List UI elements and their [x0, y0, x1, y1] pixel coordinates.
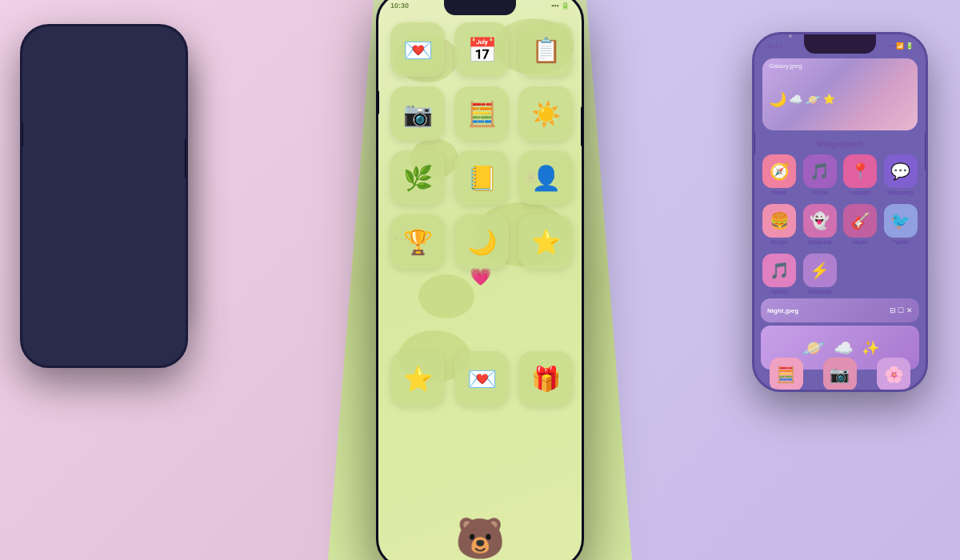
calculator-app[interactable]: 🧮 Calculator — [761, 358, 811, 392]
list-item[interactable]: 📷 — [390, 86, 445, 141]
twitter-label: Twitter — [892, 239, 909, 245]
list-item[interactable]: ☀️ — [518, 86, 573, 141]
signal-right: ▪▪▪ 📶 🔋 — [887, 42, 914, 50]
music-label: Music — [853, 239, 867, 245]
snapchat-label: Snapchat — [808, 239, 832, 245]
twitter-app[interactable]: 🐦 Twitter — [882, 204, 920, 245]
side-btn-center-right — [581, 106, 584, 146]
scene: 10:30 ▪▪▪ ✈ 📧 ✅ 📅 ☁️ 📸 🎥 10:30 ▪▪▪ 🔋 🪄 — [0, 0, 960, 560]
empty-slot-2 — [882, 254, 916, 287]
snapchat-app[interactable]: 👻 Snapchat — [802, 204, 839, 245]
app-grid-row-3: 🎵 Spotify ⚡ Shortcuts — [754, 252, 926, 296]
shortcuts-app[interactable]: ⚡ Shortcuts — [802, 254, 839, 294]
list-item[interactable]: 👤 — [518, 150, 573, 205]
app-grid-center: 💌 📅 📋 📷 🧮 ☀️ 🌿 📒 👤 🏆 🌙 ⭐ — [390, 22, 570, 269]
side-btn-right-phone-right — [925, 130, 928, 170]
app-row-2: 🍔 Burger 👻 Snapchat 🎸 Music 🐦 Twitter — [754, 202, 926, 246]
app-row-3: 🎵 Spotify ⚡ Shortcuts — [754, 252, 926, 296]
list-item[interactable]: 📒 — [454, 150, 509, 205]
app-row-4: 🧮 Calculator 📷 Camera 🌸 Widgetsmith — [754, 356, 926, 392]
list-item[interactable]: 🧮 — [454, 86, 509, 141]
list-item[interactable]: 🌙 — [454, 214, 509, 269]
bear-icon: 🐻 — [455, 515, 505, 560]
side-btn-center-left — [376, 90, 379, 114]
time-right: 11:11 — [766, 42, 782, 50]
tiktok-label: TikTok — [812, 190, 828, 195]
empty-slot-1 — [842, 254, 875, 287]
notch-center — [444, 0, 516, 15]
widget-title: Galaxy.jpeg — [769, 62, 911, 70]
widget-content: 🌙 ☁️ 🪐 ⭐ — [769, 72, 911, 126]
camera-app[interactable]: 📷 Camera — [814, 358, 865, 392]
app-grid-center-bottom: ⭐ 💌 🎁 — [390, 351, 570, 406]
spotify-label: Spotify — [771, 289, 788, 294]
list-item[interactable]: 💌 — [390, 22, 445, 77]
star-night-icon: ✨ — [862, 339, 879, 357]
list-item[interactable]: 🌿 — [390, 150, 445, 205]
burger-label: Burger — [771, 239, 788, 245]
app-grid-row-2: 🍔 Burger 👻 Snapchat 🎸 Music 🐦 Twitter — [754, 202, 926, 246]
app-row-1: 🧭 Safari 🎵 TikTok 📍 Location 💬 WhatsApp — [754, 153, 926, 197]
cloud-night-icon: ☁️ — [834, 338, 854, 358]
night-widget-controls: ⊟ ☐ ✕ — [890, 306, 913, 314]
location-app[interactable]: 📍 Location — [842, 154, 879, 195]
whatsapp-app[interactable]: 💬 WhatsApp — [882, 154, 920, 195]
safari-app[interactable]: 🧭 Safari — [761, 154, 798, 195]
side-btn-right-phone-left — [752, 130, 755, 154]
notch-right — [804, 34, 876, 54]
galaxy-widget[interactable]: Galaxy.jpeg 🌙 ☁️ 🪐 ⭐ — [762, 58, 918, 130]
list-item[interactable]: 💌 — [454, 351, 509, 406]
heart-center: 💗 — [470, 266, 491, 287]
list-item[interactable]: 📅 — [454, 22, 509, 77]
whatsapp-label: WhatsApp — [888, 190, 914, 195]
cloud-icon: ☁️ — [789, 93, 802, 106]
phone-center: 🌸 💗 • • • 10:30 ▪▪▪ 🔋 💌 📅 📋 📷 🧮 ☀️ 🌿 📒 👤… — [376, 0, 584, 560]
spot-6 — [418, 274, 474, 318]
app-grid-row-4: 🧮 Calculator 📷 Camera 🌸 Widgetsmith — [754, 356, 926, 392]
spotify-app[interactable]: 🎵 Spotify — [761, 254, 798, 294]
side-button-right-front — [185, 138, 188, 178]
list-item[interactable]: 📋 — [518, 22, 573, 77]
app-grid-row-1: 🧭 Safari 🎵 TikTok 📍 Location 💬 WhatsApp — [754, 153, 926, 197]
list-item[interactable]: 🎁 — [518, 351, 573, 406]
side-button-left-front — [20, 122, 23, 146]
tiktok-app[interactable]: 🎵 TikTok — [802, 154, 839, 195]
time-center: 10:30 — [390, 2, 409, 10]
night-widget-header[interactable]: Night.jpeg ⊟ ☐ ✕ — [761, 298, 919, 322]
list-item[interactable]: ⭐ — [518, 214, 573, 269]
music-app[interactable]: 🎸 Music — [842, 204, 879, 245]
signal-center: ▪▪▪ 🔋 — [551, 2, 570, 10]
list-item[interactable]: ⭐ — [390, 351, 445, 406]
star-icon-widget: ⭐ — [823, 94, 835, 105]
saturn-icon: 🪐 — [805, 92, 821, 107]
burger-app[interactable]: 🍔 Burger — [761, 204, 798, 245]
phone-right: 11:11 ▪▪▪ 📶 🔋 Galaxy.jpeg 🌙 ☁️ 🪐 ⭐ Widge… — [752, 32, 928, 392]
list-item[interactable]: 🏆 — [390, 214, 445, 269]
night-widget-title: Night.jpeg — [767, 307, 798, 314]
location-label: Location — [850, 190, 870, 195]
safari-label: Safari — [772, 190, 786, 195]
moon-icon: 🌙 — [769, 90, 786, 108]
shortcuts-label: Shortcuts — [808, 289, 832, 294]
widgetsmith-app[interactable]: 🌸 Widgetsmith — [869, 358, 919, 392]
phone-left-front: 10:30 ▪▪▪ 🔋 🪄 🌙 ⭐ 🎵 📷 ☎️ 📜 🐱 💛 🪄 "I'm go… — [20, 24, 188, 368]
widgetsmith-label: Widgetsmith — [754, 140, 926, 149]
